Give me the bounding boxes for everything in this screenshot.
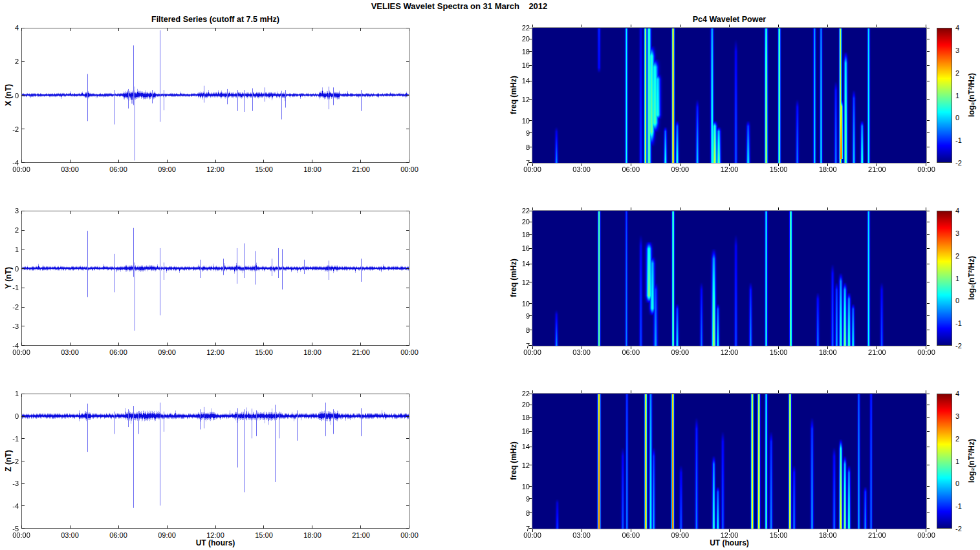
y-tick-label: 0 bbox=[0, 412, 19, 421]
x-tick-label: 03:00 bbox=[57, 348, 83, 357]
x-tick-label: 00:00 bbox=[397, 531, 422, 540]
freq-tick-label: 9 bbox=[506, 312, 530, 321]
z-wavelet-spectrogram bbox=[528, 390, 930, 533]
x-tick-label: 00:00 bbox=[913, 348, 939, 357]
y-tick-label: 0 bbox=[0, 265, 19, 273]
colorbar-tick-label: 3 bbox=[955, 47, 972, 55]
x-wavelet-spectrogram bbox=[528, 24, 930, 167]
colorbar-tick-label: -1 bbox=[955, 136, 972, 145]
freq-tick-label: 22 bbox=[506, 390, 530, 398]
freq-tick-label: 18 bbox=[506, 414, 530, 422]
y-tick-label: 1 bbox=[0, 390, 19, 398]
x-tick-label: 00:00 bbox=[397, 348, 422, 357]
z-series-plot bbox=[21, 394, 409, 529]
y-wavelet-spectrogram bbox=[528, 207, 930, 350]
x-tick-label: 06:00 bbox=[105, 348, 131, 357]
colorbar-tick-label: 2 bbox=[955, 252, 972, 260]
colorbar-tick-label: 0 bbox=[955, 297, 972, 305]
freq-tick-label: 22 bbox=[506, 207, 530, 215]
colorbar-tick-label: 4 bbox=[955, 24, 972, 32]
x-tick-label: 06:00 bbox=[618, 348, 644, 357]
y-tick-label: -2 bbox=[0, 303, 19, 312]
x-tick-label: 15:00 bbox=[251, 531, 277, 540]
freq-tick-label: 16 bbox=[506, 244, 530, 253]
freq-tick-label: 8 bbox=[506, 326, 530, 335]
x-tick-label: 18:00 bbox=[815, 531, 841, 540]
y-tick-label: -4 bbox=[0, 502, 19, 511]
x-tick-label: 09:00 bbox=[154, 531, 180, 540]
colorbar-tick-label: 1 bbox=[955, 458, 972, 466]
freq-tick-label: 10 bbox=[506, 300, 530, 308]
x-tick-label: 06:00 bbox=[618, 531, 644, 540]
colorbar-tick-label: 2 bbox=[955, 69, 972, 78]
y-tick-label: 3 bbox=[0, 207, 19, 215]
freq-tick-label: 14 bbox=[506, 260, 530, 268]
x-tick-label: 21:00 bbox=[348, 531, 374, 540]
colorbar-tick-label: 2 bbox=[955, 435, 972, 443]
x-tick-label: 21:00 bbox=[864, 165, 890, 174]
x-tick-label: 03:00 bbox=[57, 531, 83, 540]
x-tick-label: 06:00 bbox=[105, 531, 131, 540]
colorbar-y bbox=[937, 211, 952, 346]
x-tick-label: 06:00 bbox=[105, 165, 131, 174]
freq-tick-label: 12 bbox=[506, 279, 530, 287]
right-xaxis-label: UT (hours) bbox=[532, 538, 926, 547]
y-tick-label: 2 bbox=[0, 226, 19, 235]
wavelet-spectra-figure: VELIES Wavelet Spectra on 31 March 2012 … bbox=[0, 0, 980, 550]
freq-tick-label: 14 bbox=[506, 443, 530, 451]
x-tick-label: 09:00 bbox=[154, 348, 180, 357]
freq-tick-label: 20 bbox=[506, 35, 530, 43]
x-tick-label: 15:00 bbox=[251, 348, 277, 357]
colorbar-tick-label: 3 bbox=[955, 229, 972, 238]
y-tick-label: 0 bbox=[0, 92, 19, 100]
x-tick-label: 09:00 bbox=[667, 531, 693, 540]
colorbar-tick-label: 3 bbox=[955, 412, 972, 421]
x-tick-label: 18:00 bbox=[815, 165, 841, 174]
x-tick-label: 00:00 bbox=[913, 165, 939, 174]
x-tick-label: 21:00 bbox=[348, 165, 374, 174]
wavelet-power-title: Pc4 Wavelet Power bbox=[532, 15, 926, 24]
x-tick-label: 15:00 bbox=[251, 165, 277, 174]
y-series-plot bbox=[21, 211, 409, 346]
freq-tick-label: 18 bbox=[506, 48, 530, 56]
x-tick-label: 00:00 bbox=[8, 348, 34, 357]
x-tick-label: 03:00 bbox=[569, 531, 594, 540]
y-tick-label: -2 bbox=[0, 125, 19, 134]
x-tick-label: 21:00 bbox=[864, 531, 890, 540]
y-tick-label: -3 bbox=[0, 480, 19, 488]
freq-tick-label: 9 bbox=[506, 495, 530, 503]
x-tick-label: 00:00 bbox=[8, 531, 34, 540]
freq-tick-label: 10 bbox=[506, 117, 530, 125]
x-tick-label: 15:00 bbox=[766, 348, 792, 357]
colorbar-tick-label: -2 bbox=[955, 342, 972, 350]
x-tick-label: 12:00 bbox=[717, 165, 743, 174]
x-tick-label: 18:00 bbox=[815, 348, 841, 357]
freq-tick-label: 8 bbox=[506, 143, 530, 152]
x-tick-label: 09:00 bbox=[667, 348, 693, 357]
colorbar-z bbox=[937, 394, 952, 529]
x-tick-label: 21:00 bbox=[864, 348, 890, 357]
freq-tick-label: 9 bbox=[506, 129, 530, 138]
x-tick-label: 12:00 bbox=[717, 348, 743, 357]
x-tick-label: 03:00 bbox=[569, 165, 594, 174]
x-series-plot bbox=[21, 28, 409, 163]
colorbar-tick-label: -2 bbox=[955, 159, 972, 167]
x-tick-label: 15:00 bbox=[766, 165, 792, 174]
colorbar-tick-label: -1 bbox=[955, 319, 972, 328]
x-tick-label: 21:00 bbox=[348, 348, 374, 357]
x-tick-label: 03:00 bbox=[569, 348, 594, 357]
y-tick-label: -3 bbox=[0, 323, 19, 331]
colorbar-tick-label: 0 bbox=[955, 114, 972, 122]
x-tick-label: 15:00 bbox=[766, 531, 792, 540]
colorbar-tick-label: 0 bbox=[955, 480, 972, 488]
colorbar-x bbox=[937, 28, 952, 163]
x-tick-label: 00:00 bbox=[397, 165, 422, 174]
freq-tick-label: 22 bbox=[506, 24, 530, 32]
colorbar-tick-label: 1 bbox=[955, 275, 972, 283]
x-tick-label: 00:00 bbox=[519, 531, 545, 540]
y-tick-label: -1 bbox=[0, 435, 19, 443]
x-tick-label: 09:00 bbox=[667, 165, 693, 174]
x-tick-label: 09:00 bbox=[154, 165, 180, 174]
x-tick-label: 00:00 bbox=[519, 165, 545, 174]
x-tick-label: 12:00 bbox=[202, 348, 228, 357]
